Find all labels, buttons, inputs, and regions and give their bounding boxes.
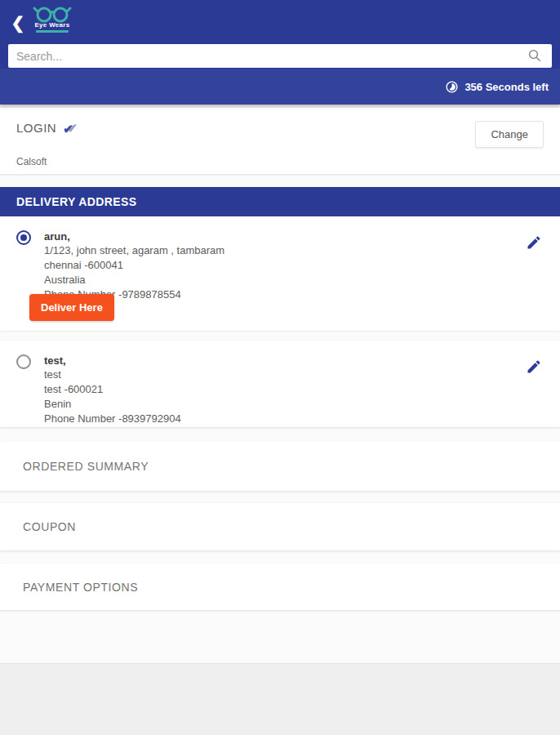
- address-country: Australia: [44, 273, 224, 287]
- address-street: 1/123, john street, agaram , tambaram: [44, 243, 224, 258]
- address-name: test,: [44, 354, 181, 368]
- search-bar: [8, 44, 552, 68]
- verified-check-icon: ✔ ✔: [63, 122, 81, 135]
- back-icon[interactable]: ❮: [8, 13, 28, 33]
- address-city: chennai -600041: [44, 258, 224, 273]
- search-input[interactable]: [8, 44, 552, 68]
- payment-options-label: PAYMENT OPTIONS: [23, 581, 138, 594]
- footer-spacer: [0, 610, 560, 663]
- address-city: test -600021: [44, 382, 181, 397]
- address-card-1: arun, 1/123, john street, agaram , tamba…: [0, 216, 560, 331]
- delivery-address-header: DELIVERY ADDRESS: [0, 187, 560, 216]
- login-section: LOGIN ✔ ✔ Change Calsoft: [0, 108, 560, 174]
- address-radio-selected[interactable]: [16, 230, 31, 245]
- address-country: Benin: [44, 397, 181, 412]
- checkout-timer-bar: 356 Seconds left: [0, 69, 560, 105]
- address-card-2: test, test test -600021 Benin Phone Numb…: [0, 341, 560, 427]
- login-title: LOGIN: [16, 121, 56, 135]
- change-login-button[interactable]: Change: [475, 121, 544, 148]
- address-radio-unselected[interactable]: [16, 354, 31, 369]
- logo-underline: [36, 30, 69, 33]
- search-icon[interactable]: [527, 48, 542, 63]
- spacer: [0, 550, 560, 564]
- glasses-icon: [33, 3, 72, 23]
- brand-name: Eye Wears: [29, 21, 75, 29]
- timer-text: 356 Seconds left: [464, 81, 549, 93]
- payment-options-section[interactable]: PAYMENT OPTIONS: [0, 564, 560, 610]
- timer-icon: [445, 80, 459, 94]
- brand-logo[interactable]: Eye Wears: [29, 3, 75, 33]
- address-name: arun,: [44, 229, 224, 243]
- spacer: [0, 491, 560, 503]
- ordered-summary-label: ORDERED SUMMARY: [23, 460, 149, 473]
- spacer: [0, 331, 560, 341]
- deliver-here-button[interactable]: Deliver Here: [29, 294, 114, 321]
- ordered-summary-section[interactable]: ORDERED SUMMARY: [0, 442, 560, 491]
- edit-address-icon[interactable]: [526, 234, 542, 251]
- footer-area: [0, 663, 560, 735]
- spacer: [0, 427, 560, 442]
- address-phone: Phone Number -8939792904: [44, 412, 181, 426]
- app-header: ❮ Eye Wears: [0, 0, 560, 69]
- page-body: LOGIN ✔ ✔ Change Calsoft DELIVERY ADDRES…: [0, 108, 560, 735]
- edit-address-icon[interactable]: [526, 359, 542, 375]
- address-street: test: [44, 368, 181, 382]
- login-username: Calsoft: [16, 156, 544, 167]
- coupon-label: COUPON: [23, 520, 76, 533]
- coupon-section[interactable]: COUPON: [0, 503, 560, 550]
- spacer: [0, 174, 560, 187]
